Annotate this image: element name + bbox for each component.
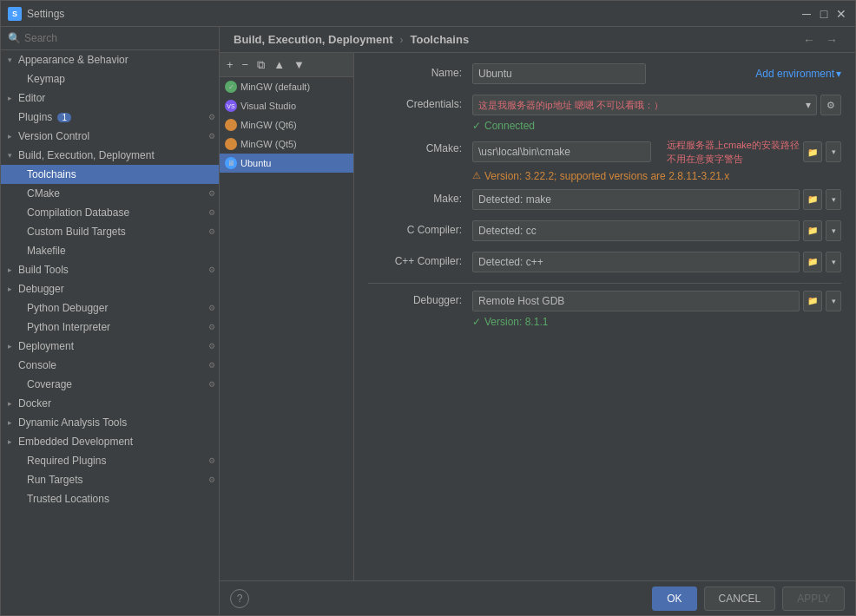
toolchain-item-ubuntu[interactable]: 🖥 Ubuntu <box>220 154 353 173</box>
sidebar-item-label: Dynamic Analysis Tools <box>18 416 127 429</box>
help-button[interactable]: ? <box>230 589 249 608</box>
make-path-input[interactable] <box>472 189 800 210</box>
sidebar-item-makefile[interactable]: Makefile <box>1 241 219 260</box>
credentials-settings-button[interactable]: ⚙ <box>820 95 841 115</box>
credentials-select[interactable]: 这是我服务器的ip地址 嗯嗯 不可以看哦：） ▾ <box>472 95 817 115</box>
cpp-compiler-browse-button[interactable]: 📁 <box>803 252 822 272</box>
c-compiler-dropdown-button[interactable]: ▾ <box>826 220 841 241</box>
remove-toolchain-button[interactable]: − <box>239 56 253 73</box>
cpp-compiler-path-input[interactable] <box>472 252 800 272</box>
sidebar-item-appearance[interactable]: ▾ Appearance & Behavior <box>1 50 219 69</box>
maximize-button[interactable]: □ <box>817 7 831 21</box>
debugger-browse-button[interactable]: 📁 <box>803 291 822 311</box>
sidebar-item-label: Docker <box>18 397 51 410</box>
sidebar-item-label: Embedded Development <box>18 436 133 448</box>
sidebar-item-docker[interactable]: ▸ Docker <box>1 394 219 413</box>
sidebar-item-label: Editor <box>18 92 45 104</box>
sidebar-item-cmake[interactable]: CMake ⚙ <box>1 184 219 203</box>
sidebar-item-build-exec-deploy[interactable]: ▾ Build, Execution, Deployment <box>1 146 219 165</box>
back-button[interactable]: ← <box>800 31 819 49</box>
toolchain-item-mingw-default[interactable]: ✓ MinGW (default) <box>220 77 353 96</box>
chevron-right-icon: ▸ <box>8 94 18 102</box>
cmake-field-row: CMake: 远程服务器上cmake的安装路径 不用在意黄字警告 <box>368 139 841 182</box>
settings-icon: ⚙ <box>208 265 215 274</box>
apply-button[interactable]: APPLY <box>782 587 845 611</box>
c-compiler-browse-button[interactable]: 📁 <box>803 220 822 241</box>
ok-button[interactable]: OK <box>652 587 696 611</box>
cmake-browse-button[interactable]: 📁 <box>803 141 822 162</box>
add-environment-button[interactable]: Add environment ▾ <box>755 68 841 80</box>
sidebar-item-trusted-locations[interactable]: Trusted Locations <box>1 489 219 508</box>
credentials-text: 这是我服务器的ip地址 嗯嗯 不可以看哦：） <box>478 99 806 112</box>
sidebar-item-label: Build Tools <box>18 264 69 276</box>
cpp-compiler-dropdown-button[interactable]: ▾ <box>826 252 841 272</box>
settings-icon: ⚙ <box>208 189 215 198</box>
sidebar-item-required-plugins[interactable]: Required Plugins ⚙ <box>1 451 219 470</box>
sidebar-item-label: Toolchains <box>27 168 76 180</box>
toolchain-icon <box>225 138 237 150</box>
cmake-path-field <box>472 141 651 162</box>
minimize-button[interactable]: ─ <box>800 7 813 21</box>
sidebar-item-label: Python Debugger <box>27 302 108 314</box>
settings-icon: ⚙ <box>208 456 215 465</box>
sidebar-item-python-debugger[interactable]: Python Debugger ⚙ <box>1 298 219 318</box>
search-input[interactable] <box>24 32 212 44</box>
cmake-dropdown-button[interactable]: ▾ <box>826 141 841 162</box>
credentials-value-area: 这是我服务器的ip地址 嗯嗯 不可以看哦：） ▾ ⚙ ✓ Connected <box>472 95 841 132</box>
sidebar-item-console[interactable]: Console ⚙ <box>1 356 219 375</box>
settings-icon: ⚙ <box>208 304 215 312</box>
dropdown-arrow-icon: ▾ <box>806 99 811 111</box>
breadcrumb-separator: › <box>399 34 403 46</box>
toolchain-item-label: MinGW (Qt5) <box>240 139 297 149</box>
toolchain-item-mingw-qt5[interactable]: MinGW (Qt5) <box>220 134 353 154</box>
debugger-field-row: Debugger: 📁 ▾ ✓ Version: 8.1.1 <box>368 291 841 328</box>
sidebar-item-dynamic-analysis[interactable]: ▸ Dynamic Analysis Tools <box>1 413 219 432</box>
move-down-button[interactable]: ▼ <box>290 56 308 73</box>
name-input[interactable] <box>472 63 646 84</box>
nav-buttons: ← → <box>800 31 841 49</box>
breadcrumb-parent: Build, Execution, Deployment <box>234 33 392 46</box>
window-controls: ─ □ ✕ <box>800 7 848 21</box>
debugger-path-input[interactable] <box>472 291 800 311</box>
sidebar-item-debugger[interactable]: ▸ Debugger <box>1 279 219 298</box>
cmake-path-input[interactable] <box>472 141 651 162</box>
sidebar-search-bar: 🔍 <box>1 27 219 50</box>
connected-text: Connected <box>484 120 535 132</box>
sidebar-item-coverage[interactable]: Coverage ⚙ <box>1 375 219 394</box>
forward-button[interactable]: → <box>822 31 841 49</box>
c-compiler-input-row: 📁 ▾ <box>472 220 841 241</box>
sidebar-item-label: Debugger <box>18 283 64 295</box>
cancel-button[interactable]: CANCEL <box>704 587 776 611</box>
sidebar-item-label: CMake <box>27 187 60 200</box>
close-button[interactable]: ✕ <box>834 7 848 21</box>
main-content: + − ⧉ ▲ ▼ ✓ MinGW (default) <box>220 53 855 580</box>
sidebar-item-version-control[interactable]: ▸ Version Control ⚙ <box>1 127 219 146</box>
sidebar-item-plugins[interactable]: Plugins 1 ⚙ <box>1 108 219 127</box>
sidebar-item-python-interpreter[interactable]: Python Interpreter ⚙ <box>1 318 219 337</box>
make-dropdown-button[interactable]: ▾ <box>826 189 841 210</box>
sidebar-item-label: Trusted Locations <box>27 493 109 505</box>
sidebar-item-build-tools[interactable]: ▸ Build Tools ⚙ <box>1 260 219 279</box>
c-compiler-path-input[interactable] <box>472 220 800 241</box>
cmake-label: CMake: <box>368 139 472 154</box>
sidebar-item-compilation-db[interactable]: Compilation Database ⚙ <box>1 203 219 222</box>
move-up-button[interactable]: ▲ <box>270 56 288 73</box>
add-toolchain-button[interactable]: + <box>223 56 237 73</box>
credentials-field-row: Credentials: 这是我服务器的ip地址 嗯嗯 不可以看哦：） ▾ ⚙ <box>368 95 841 132</box>
copy-toolchain-button[interactable]: ⧉ <box>254 56 268 74</box>
chevron-right-icon: ▸ <box>8 342 18 351</box>
sidebar-item-embedded-development[interactable]: ▸ Embedded Development <box>1 432 219 451</box>
sidebar-item-editor[interactable]: ▸ Editor <box>1 88 219 108</box>
sidebar-item-run-targets[interactable]: Run Targets ⚙ <box>1 470 219 489</box>
chevron-down-icon: ▾ <box>8 151 18 160</box>
check-icon: ✓ <box>472 120 481 132</box>
toolchain-item-visual-studio[interactable]: VS Visual Studio <box>220 96 353 115</box>
sidebar-item-deployment[interactable]: ▸ Deployment ⚙ <box>1 337 219 356</box>
sidebar-item-toolchains[interactable]: Toolchains <box>1 165 219 184</box>
sidebar-item-custom-build-targets[interactable]: Custom Build Targets ⚙ <box>1 222 219 241</box>
sidebar-item-keymap[interactable]: Keymap <box>1 69 219 88</box>
cmake-warning-row: ⚠ Version: 3.22.2; supported versions ar… <box>472 170 841 182</box>
make-browse-button[interactable]: 📁 <box>803 189 822 210</box>
debugger-dropdown-button[interactable]: ▾ <box>826 291 841 311</box>
toolchain-item-mingw-qt6[interactable]: MinGW (Qt6) <box>220 115 353 134</box>
